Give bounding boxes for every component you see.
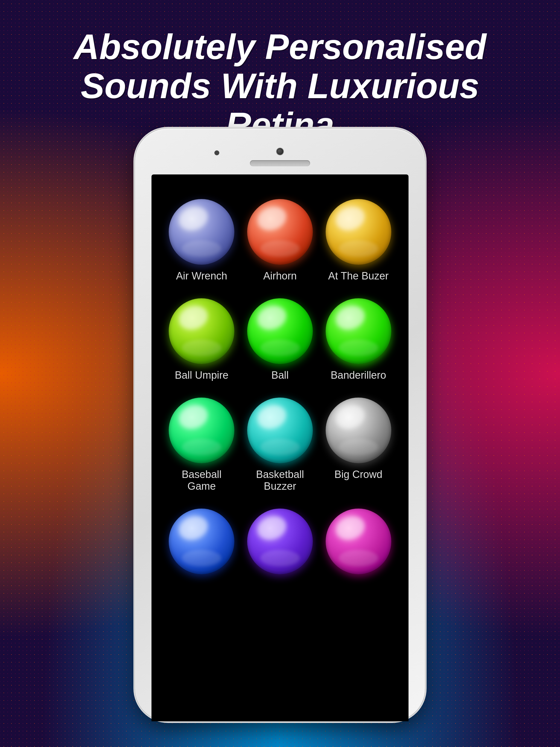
sound-item-air-wrench[interactable]: Air Wrench <box>162 191 241 290</box>
sound-item-at-the-buzer[interactable]: At The Buzer <box>319 191 398 290</box>
sound-label-banderillero: Banderillero <box>331 369 386 381</box>
phone-camera <box>276 148 284 155</box>
sound-item-bottom-mid[interactable] <box>241 500 320 588</box>
sound-item-banderillero[interactable]: Banderillero <box>319 290 398 389</box>
sound-item-basketball-buzzer[interactable]: Basketball Buzzer <box>241 389 320 500</box>
sound-label-at-the-buzer: At The Buzer <box>328 270 388 282</box>
phone-mockup: Air Wrench Airhorn At The Buzer Ball Ump… <box>135 129 425 721</box>
phone-screen: Air Wrench Airhorn At The Buzer Ball Ump… <box>152 175 408 721</box>
orb-bottom-left[interactable] <box>169 509 234 574</box>
sound-item-bottom-right[interactable] <box>319 500 398 588</box>
sound-item-baseball-game[interactable]: Baseball Game <box>162 389 241 500</box>
phone-sensor <box>214 150 219 155</box>
orb-basketball-buzzer[interactable] <box>247 397 313 463</box>
sound-label-basketball-buzzer: Basketball Buzzer <box>246 469 314 492</box>
sound-item-big-crowd[interactable]: Big Crowd <box>319 389 398 500</box>
sound-label-baseball-game: Baseball Game <box>168 469 235 492</box>
sound-item-ball-umpire[interactable]: Ball Umpire <box>162 290 241 389</box>
orb-bottom-right[interactable] <box>326 509 391 574</box>
sound-label-ball-umpire: Ball Umpire <box>175 369 228 381</box>
sound-item-bottom-left[interactable] <box>162 500 241 588</box>
sound-label-airhorn: Airhorn <box>263 270 297 282</box>
orb-at-the-buzer[interactable] <box>326 199 391 265</box>
headline-white: Absolutely Personalised Sounds With Luxu… <box>74 27 486 145</box>
orb-big-crowd[interactable] <box>326 397 391 463</box>
orb-ball-umpire[interactable] <box>169 298 234 364</box>
phone-body: Air Wrench Airhorn At The Buzer Ball Ump… <box>135 129 425 721</box>
sound-label-ball: Ball <box>271 369 288 381</box>
sound-label-air-wrench: Air Wrench <box>176 270 227 282</box>
orb-bottom-mid[interactable] <box>247 509 313 574</box>
orb-ball[interactable] <box>247 298 313 364</box>
sound-item-ball[interactable]: Ball <box>241 290 320 389</box>
orb-airhorn[interactable] <box>247 199 313 265</box>
sound-label-big-crowd: Big Crowd <box>334 469 382 481</box>
orb-baseball-game[interactable] <box>169 397 234 463</box>
sound-item-airhorn[interactable]: Airhorn <box>241 191 320 290</box>
orb-air-wrench[interactable] <box>169 199 234 265</box>
phone-top-bezel <box>152 145 408 175</box>
sound-grid: Air Wrench Airhorn At The Buzer Ball Ump… <box>152 175 408 604</box>
phone-speaker <box>250 160 310 166</box>
orb-banderillero[interactable] <box>326 298 391 364</box>
